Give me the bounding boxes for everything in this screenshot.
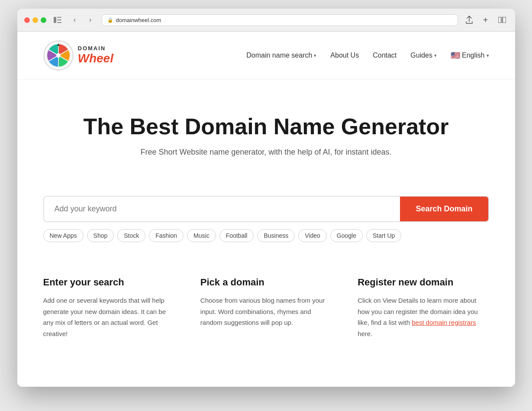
info-card-pick-domain-text: Choose from various blog names from your… [200,295,332,328]
search-tags: New AppsShopStockFashionMusicFootballBus… [43,229,489,242]
info-card-pick-domain: Pick a domain Choose from various blog n… [200,277,332,339]
nav-domain-search[interactable]: Domain name search ▾ [246,52,316,59]
search-input[interactable] [44,197,400,221]
svg-rect-5 [503,17,506,23]
site-header: DOMAIN Wheel Domain name search ▾ About … [17,32,515,80]
dot-close[interactable] [24,17,30,23]
nav-contact[interactable]: Contact [373,52,397,59]
browser-dots [24,17,46,23]
search-tag[interactable]: Fashion [149,229,184,242]
search-section: Search Domain New AppsShopStockFashionMu… [17,196,515,255]
page-content: DOMAIN Wheel Domain name search ▾ About … [17,32,515,387]
chevron-down-icon: ▾ [487,53,489,58]
search-tag[interactable]: Football [219,229,254,242]
info-card-register-domain-text: Click on View Details to learn more abou… [358,295,489,339]
info-card-enter-search-text: Add one or several keywords that will he… [43,295,174,339]
logo-wheel-icon [45,42,71,68]
nav-guides[interactable]: Guides ▾ [410,52,437,59]
browser-nav: ‹ › [69,14,97,26]
hero-subtitle: Free Short Website name generator, with … [43,148,489,157]
browser-window: ‹ › 🔒 domainwheel.com + [17,9,515,387]
hero-title: The Best Domain Name Generator [43,114,489,139]
info-card-register-domain: Register new domain Click on View Detail… [358,277,489,339]
search-tag[interactable]: Video [298,229,327,242]
info-card-enter-search-title: Enter your search [43,277,174,288]
svg-rect-4 [498,17,501,23]
nav-language[interactable]: 🇺🇸 English ▾ [451,51,489,60]
new-tab-button[interactable]: + [480,14,492,26]
sidebar-toggle-button[interactable] [52,14,64,26]
search-tag[interactable]: Google [330,229,363,242]
chevron-down-icon: ▾ [314,53,316,58]
best-domain-registrars-link[interactable]: best domain registrars [412,319,476,326]
logo-area[interactable]: DOMAIN Wheel [43,40,113,71]
search-tag[interactable]: New Apps [43,229,84,242]
chevron-down-icon: ▾ [434,53,437,58]
browser-toolbar: ‹ › 🔒 domainwheel.com + [17,9,515,32]
dot-maximize[interactable] [41,17,46,23]
address-bar[interactable]: 🔒 domainwheel.com [102,14,458,26]
svg-point-14 [56,53,61,58]
nav-about-us[interactable]: About Us [330,52,359,59]
search-tag[interactable]: Stock [117,229,145,242]
svg-rect-3 [57,22,61,23]
info-card-enter-search: Enter your search Add one or several key… [43,277,174,339]
search-bar-wrapper: Search Domain [43,196,489,222]
forward-button[interactable]: › [84,14,97,26]
info-section: Enter your search Add one or several key… [17,255,515,365]
search-tag[interactable]: Shop [87,229,114,242]
logo-text: DOMAIN Wheel [78,45,113,65]
svg-rect-1 [57,17,61,18]
svg-rect-2 [57,19,61,20]
logo-domain-text: DOMAIN [78,45,113,52]
dot-minimize[interactable] [32,17,38,23]
logo-circle [43,40,74,71]
search-tag[interactable]: Start Up [366,229,401,242]
site-nav: Domain name search ▾ About Us Contact Gu… [246,51,489,60]
search-tag[interactable]: Music [187,229,216,242]
hero-section: The Best Domain Name Generator Free Shor… [17,80,515,196]
search-domain-button[interactable]: Search Domain [400,197,488,221]
search-tag[interactable]: Business [257,229,295,242]
flag-icon: 🇺🇸 [451,51,460,60]
url-text: domainwheel.com [116,17,161,23]
svg-rect-0 [54,17,56,23]
split-view-button[interactable] [496,14,508,26]
info-card-pick-domain-title: Pick a domain [200,277,332,288]
back-button[interactable]: ‹ [69,14,81,26]
lock-icon: 🔒 [107,17,113,23]
logo-wheel-text: Wheel [78,52,113,65]
browser-actions: + [463,14,508,26]
info-card-register-domain-title: Register new domain [358,277,489,288]
share-button[interactable] [463,14,475,26]
